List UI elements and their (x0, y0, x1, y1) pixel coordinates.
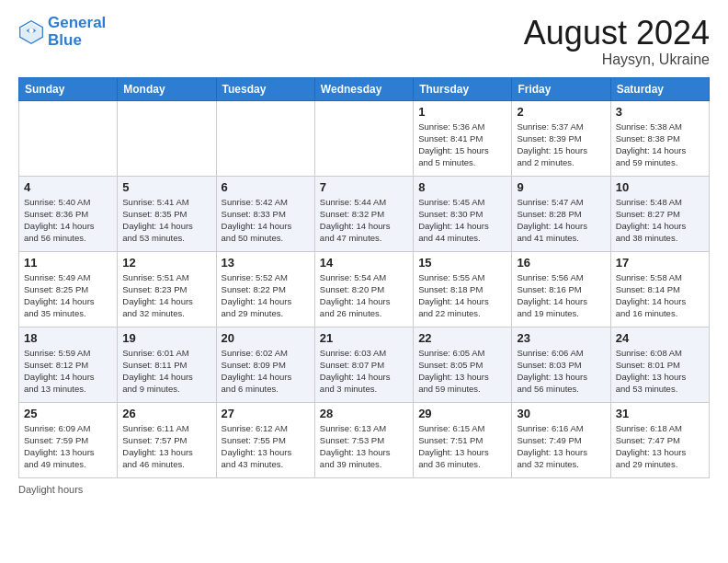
day-info: Sunrise: 6:12 AM Sunset: 7:55 PM Dayligh… (222, 422, 310, 471)
day-number: 23 (517, 331, 605, 345)
calendar-cell: 15Sunrise: 5:55 AM Sunset: 8:18 PM Dayli… (414, 251, 512, 327)
day-info: Sunrise: 5:42 AM Sunset: 8:33 PM Dayligh… (222, 196, 310, 245)
logo-icon (18, 19, 44, 45)
day-info: Sunrise: 6:01 AM Sunset: 8:11 PM Dayligh… (122, 347, 210, 396)
calendar-cell (19, 100, 118, 176)
day-info: Sunrise: 6:16 AM Sunset: 7:49 PM Dayligh… (517, 422, 605, 471)
weekday-header-thursday: Thursday (414, 77, 512, 100)
day-number: 25 (24, 407, 112, 420)
day-number: 19 (122, 331, 210, 345)
header: General Blue August 2024 Haysyn, Ukraine (18, 15, 710, 68)
title-block: August 2024 Haysyn, Ukraine (524, 15, 710, 68)
calendar-cell: 30Sunrise: 6:16 AM Sunset: 7:49 PM Dayli… (512, 402, 610, 477)
week-row-1: 1Sunrise: 5:36 AM Sunset: 8:41 PM Daylig… (19, 100, 710, 176)
day-info: Sunrise: 6:05 AM Sunset: 8:05 PM Dayligh… (418, 347, 506, 396)
day-info: Sunrise: 6:15 AM Sunset: 7:51 PM Dayligh… (418, 422, 506, 471)
day-number: 7 (320, 180, 408, 194)
weekday-header-monday: Monday (118, 77, 216, 100)
logo: General Blue (18, 15, 106, 49)
calendar-cell: 12Sunrise: 5:51 AM Sunset: 8:23 PM Dayli… (118, 251, 216, 327)
weekday-header-wednesday: Wednesday (314, 77, 413, 100)
calendar-cell: 5Sunrise: 5:41 AM Sunset: 8:35 PM Daylig… (118, 176, 216, 251)
day-info: Sunrise: 6:18 AM Sunset: 7:47 PM Dayligh… (616, 422, 704, 471)
week-row-4: 18Sunrise: 5:59 AM Sunset: 8:12 PM Dayli… (19, 327, 710, 402)
day-number: 14 (320, 256, 408, 270)
calendar-cell: 9Sunrise: 5:47 AM Sunset: 8:28 PM Daylig… (512, 176, 610, 251)
day-number: 20 (222, 331, 310, 345)
calendar-cell: 4Sunrise: 5:40 AM Sunset: 8:36 PM Daylig… (19, 176, 118, 251)
calendar-cell: 31Sunrise: 6:18 AM Sunset: 7:47 PM Dayli… (610, 402, 709, 477)
day-number: 9 (517, 180, 605, 194)
day-number: 24 (616, 331, 704, 345)
day-number: 29 (418, 407, 506, 420)
calendar-cell: 20Sunrise: 6:02 AM Sunset: 8:09 PM Dayli… (216, 327, 314, 402)
day-info: Sunrise: 5:37 AM Sunset: 8:39 PM Dayligh… (517, 121, 605, 169)
daylight-label: Daylight hours (18, 484, 83, 495)
day-number: 28 (320, 407, 408, 420)
calendar-cell: 1Sunrise: 5:36 AM Sunset: 8:41 PM Daylig… (414, 100, 512, 176)
day-number: 16 (517, 256, 605, 270)
day-info: Sunrise: 5:45 AM Sunset: 8:30 PM Dayligh… (418, 196, 506, 245)
calendar-cell: 19Sunrise: 6:01 AM Sunset: 8:11 PM Dayli… (118, 327, 216, 402)
calendar-cell: 14Sunrise: 5:54 AM Sunset: 8:20 PM Dayli… (314, 251, 413, 327)
day-number: 12 (122, 256, 210, 270)
day-info: Sunrise: 6:09 AM Sunset: 7:59 PM Dayligh… (24, 422, 112, 471)
day-info: Sunrise: 5:40 AM Sunset: 8:36 PM Dayligh… (24, 196, 112, 245)
day-number: 4 (24, 180, 112, 194)
day-number: 31 (616, 407, 704, 420)
calendar-table: SundayMondayTuesdayWednesdayThursdayFrid… (18, 77, 710, 478)
calendar-cell: 17Sunrise: 5:58 AM Sunset: 8:14 PM Dayli… (610, 251, 709, 327)
day-info: Sunrise: 6:03 AM Sunset: 8:07 PM Dayligh… (320, 347, 408, 396)
week-row-5: 25Sunrise: 6:09 AM Sunset: 7:59 PM Dayli… (19, 402, 710, 477)
day-number: 8 (418, 180, 506, 194)
calendar-cell (314, 100, 413, 176)
calendar-cell: 2Sunrise: 5:37 AM Sunset: 8:39 PM Daylig… (512, 100, 610, 176)
day-info: Sunrise: 5:54 AM Sunset: 8:20 PM Dayligh… (320, 271, 408, 320)
day-number: 27 (222, 407, 310, 420)
day-number: 22 (418, 331, 506, 345)
day-number: 3 (616, 105, 704, 119)
day-number: 2 (517, 105, 605, 119)
day-number: 10 (616, 180, 704, 194)
day-info: Sunrise: 5:36 AM Sunset: 8:41 PM Dayligh… (418, 121, 506, 169)
day-info: Sunrise: 5:49 AM Sunset: 8:25 PM Dayligh… (24, 271, 112, 320)
day-number: 18 (24, 331, 112, 345)
day-info: Sunrise: 5:47 AM Sunset: 8:28 PM Dayligh… (517, 196, 605, 245)
logo-text: General Blue (48, 15, 106, 49)
day-info: Sunrise: 5:58 AM Sunset: 8:14 PM Dayligh… (616, 271, 704, 320)
day-number: 1 (418, 105, 506, 119)
day-info: Sunrise: 5:44 AM Sunset: 8:32 PM Dayligh… (320, 196, 408, 245)
day-number: 26 (122, 407, 210, 420)
day-number: 15 (418, 256, 506, 270)
footer: Daylight hours (18, 484, 710, 495)
day-number: 5 (122, 180, 210, 194)
calendar-cell: 7Sunrise: 5:44 AM Sunset: 8:32 PM Daylig… (314, 176, 413, 251)
calendar-cell: 22Sunrise: 6:05 AM Sunset: 8:05 PM Dayli… (414, 327, 512, 402)
weekday-header-tuesday: Tuesday (216, 77, 314, 100)
calendar-cell (118, 100, 216, 176)
day-number: 13 (222, 256, 310, 270)
day-number: 30 (517, 407, 605, 420)
calendar-cell: 8Sunrise: 5:45 AM Sunset: 8:30 PM Daylig… (414, 176, 512, 251)
week-row-2: 4Sunrise: 5:40 AM Sunset: 8:36 PM Daylig… (19, 176, 710, 251)
calendar-cell: 18Sunrise: 5:59 AM Sunset: 8:12 PM Dayli… (19, 327, 118, 402)
day-info: Sunrise: 6:06 AM Sunset: 8:03 PM Dayligh… (517, 347, 605, 396)
calendar-cell: 24Sunrise: 6:08 AM Sunset: 8:01 PM Dayli… (610, 327, 709, 402)
page: General Blue August 2024 Haysyn, Ukraine… (0, 0, 728, 563)
month-title: August 2024 (524, 15, 710, 52)
calendar-cell: 11Sunrise: 5:49 AM Sunset: 8:25 PM Dayli… (19, 251, 118, 327)
weekday-header-row: SundayMondayTuesdayWednesdayThursdayFrid… (19, 77, 710, 100)
day-info: Sunrise: 5:48 AM Sunset: 8:27 PM Dayligh… (616, 196, 704, 245)
day-number: 17 (616, 256, 704, 270)
calendar-cell: 13Sunrise: 5:52 AM Sunset: 8:22 PM Dayli… (216, 251, 314, 327)
calendar-cell: 23Sunrise: 6:06 AM Sunset: 8:03 PM Dayli… (512, 327, 610, 402)
day-number: 11 (24, 256, 112, 270)
calendar-cell: 26Sunrise: 6:11 AM Sunset: 7:57 PM Dayli… (118, 402, 216, 477)
day-number: 6 (222, 180, 310, 194)
weekday-header-sunday: Sunday (19, 77, 118, 100)
week-row-3: 11Sunrise: 5:49 AM Sunset: 8:25 PM Dayli… (19, 251, 710, 327)
calendar-cell (216, 100, 314, 176)
weekday-header-saturday: Saturday (610, 77, 709, 100)
day-number: 21 (320, 331, 408, 345)
svg-point-2 (28, 28, 33, 32)
